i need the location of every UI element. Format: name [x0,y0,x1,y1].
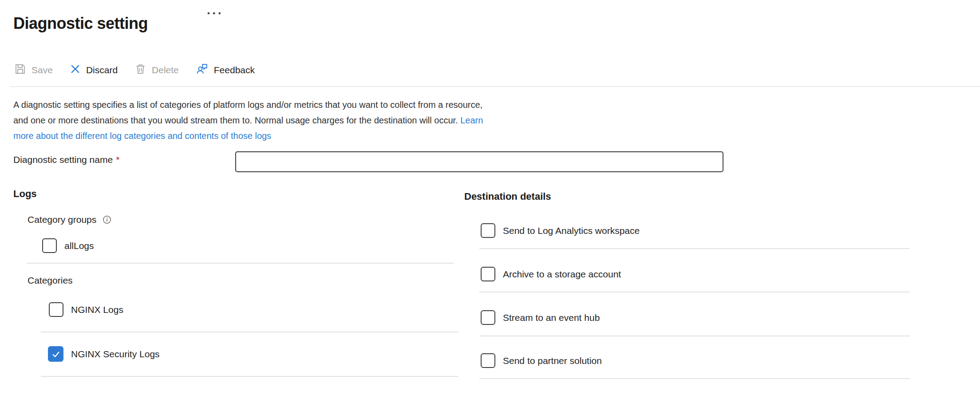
diagnostic-setting-name-label: Diagnostic setting name* [13,154,119,165]
divider [41,332,458,332]
send-to-partner-solution-row: Send to partner solution [481,353,602,368]
delete-label: Delete [152,65,179,75]
description-line: and one or more destinations that you wo… [13,113,483,128]
stream-to-event-hub-checkbox[interactable] [481,310,495,325]
learn-more-link[interactable]: more about the different log categories … [13,131,271,141]
categories-label: Categories [28,275,73,286]
category-groups-text: Category groups [28,214,96,225]
more-menu-ellipsis-icon[interactable]: ··· [207,7,223,20]
divider [479,336,910,336]
description-text: A diagnostic setting specifies a list of… [13,100,482,110]
send-to-log-analytics-label: Send to Log Analytics workspace [503,225,640,236]
learn-more-link[interactable]: Learn [460,115,483,125]
divider [479,378,910,379]
archive-to-storage-checkbox[interactable] [481,267,495,281]
save-button[interactable]: Save [14,63,53,77]
save-label: Save [32,65,53,75]
nginx-logs-checkbox[interactable] [49,302,63,317]
discard-button[interactable]: Discard [70,63,118,77]
archive-to-storage-label: Archive to a storage account [503,269,621,280]
nginx-logs-row: NGINX Logs [49,302,123,317]
divider [27,263,454,264]
delete-trash-icon [134,63,146,77]
alllogs-label: allLogs [64,241,94,251]
alllogs-row: allLogs [42,238,94,253]
diagnostic-setting-name-input[interactable] [235,151,723,172]
diagnostic-setting-page: Diagnostic setting ··· Save Discard [0,0,980,403]
category-groups-label: Category groups [28,214,111,225]
description-line: A diagnostic setting specifies a list of… [13,97,483,113]
description: A diagnostic setting specifies a list of… [13,97,483,144]
nginx-security-logs-row: NGINX Security Logs [48,346,160,362]
alllogs-checkbox[interactable] [42,238,57,253]
divider [479,248,910,249]
nginx-logs-label: NGINX Logs [71,304,123,315]
page-title: Diagnostic setting [13,14,148,33]
archive-to-storage-row: Archive to a storage account [481,267,621,281]
info-icon[interactable] [103,215,111,224]
toolbar-divider [10,86,980,87]
discard-x-icon [70,63,81,77]
nginx-security-logs-checkbox[interactable] [48,346,63,362]
description-text: and one or more destinations that you wo… [13,115,460,125]
save-icon [14,63,26,77]
destination-details-heading: Destination details [464,191,551,202]
divider [41,376,458,377]
send-to-partner-solution-checkbox[interactable] [481,353,495,368]
divider [479,292,910,292]
logs-heading: Logs [13,188,37,200]
feedback-button[interactable]: Feedback [196,63,255,78]
stream-to-event-hub-label: Stream to an event hub [503,312,600,323]
nginx-security-logs-label: NGINX Security Logs [71,349,160,360]
send-to-partner-solution-label: Send to partner solution [503,356,602,366]
toolbar: Save Discard Delete [14,60,255,80]
send-to-log-analytics-row: Send to Log Analytics workspace [481,223,640,238]
send-to-log-analytics-checkbox[interactable] [481,223,495,238]
stream-to-event-hub-row: Stream to an event hub [481,310,600,325]
name-label-text: Diagnostic setting name [13,154,113,165]
discard-label: Discard [86,65,118,75]
delete-button[interactable]: Delete [134,63,179,77]
required-asterisk: * [116,154,119,165]
feedback-person-chat-icon [196,63,209,78]
description-line: more about the different log categories … [13,128,483,144]
feedback-label: Feedback [214,65,255,75]
